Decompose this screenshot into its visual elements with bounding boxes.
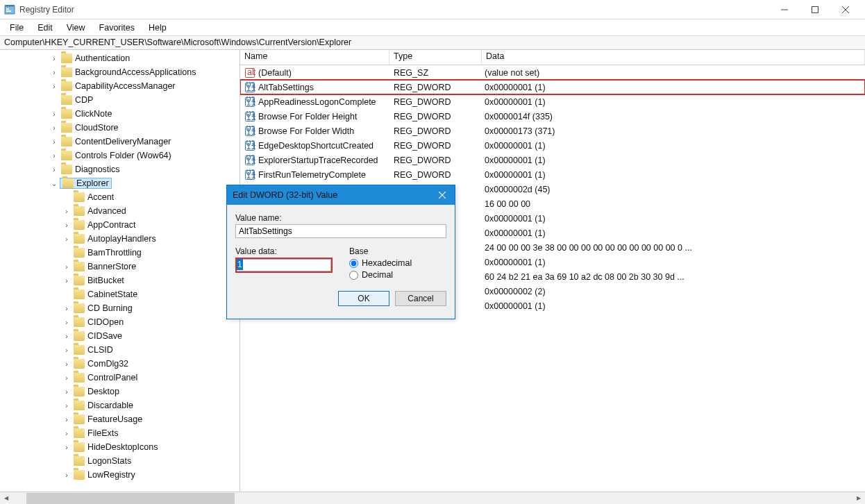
- tree-item[interactable]: ›ControlPanel: [0, 371, 240, 385]
- expand-icon[interactable]: ›: [50, 54, 58, 62]
- tree-item[interactable]: BamThrottling: [0, 246, 240, 260]
- expand-icon[interactable]: ›: [62, 415, 71, 423]
- hscrollbar[interactable]: ◀ ▶: [0, 492, 865, 504]
- address-bar[interactable]: Computer\HKEY_CURRENT_USER\Software\Micr…: [0, 36, 865, 50]
- tree-item[interactable]: CDP: [0, 93, 240, 107]
- tree-item[interactable]: ›AppContract: [0, 218, 240, 232]
- tree-item[interactable]: ›CIDSave: [0, 329, 240, 343]
- expand-icon[interactable]: ⌄: [50, 179, 58, 187]
- menu-favorites[interactable]: Favorites: [92, 22, 142, 34]
- radio-hexadecimal-input[interactable]: [349, 259, 358, 268]
- dialog-close-button[interactable]: [430, 185, 455, 205]
- table-row[interactable]: 011110EdgeDesktopShortcutCreatedREG_DWOR…: [240, 138, 865, 153]
- menu-help[interactable]: Help: [142, 22, 174, 34]
- tree-item[interactable]: ›ContentDeliveryManager: [0, 135, 240, 149]
- tree-item[interactable]: ›CLSID: [0, 343, 240, 357]
- table-row[interactable]: ab(Default)REG_SZ(value not set): [240, 65, 865, 80]
- tree-pane[interactable]: ›Authentication›BackgroundAccessApplicat…: [0, 50, 240, 492]
- expand-icon[interactable]: [62, 193, 71, 201]
- scroll-thumb[interactable]: [26, 493, 235, 504]
- tree-item[interactable]: ›FeatureUsage: [0, 412, 240, 426]
- radio-decimal-input[interactable]: [349, 271, 358, 280]
- tree-item[interactable]: ›Authentication: [0, 51, 240, 65]
- expand-icon[interactable]: ›: [62, 235, 71, 243]
- radio-decimal[interactable]: Decimal: [349, 270, 412, 280]
- tree-item[interactable]: ›ClickNote: [0, 107, 240, 121]
- tree-item[interactable]: CabinetState: [0, 287, 240, 301]
- table-row[interactable]: 011110Browse For Folder WidthREG_DWORD0x…: [240, 124, 865, 138]
- expand-icon[interactable]: ›: [62, 387, 71, 396]
- tree-item[interactable]: LogonStats: [0, 454, 240, 468]
- tree-item[interactable]: ›CloudStore: [0, 121, 240, 135]
- expand-icon[interactable]: ›: [62, 443, 71, 451]
- tree-item[interactable]: ›Controls Folder (Wow64): [0, 149, 240, 162]
- expand-icon[interactable]: ›: [62, 318, 71, 326]
- expand-icon[interactable]: ›: [62, 276, 71, 285]
- tree-item-label: BamThrottling: [87, 248, 142, 258]
- folder-icon: [74, 206, 85, 216]
- tree-item[interactable]: ›CD Burning: [0, 301, 240, 315]
- value-data-input[interactable]: 1: [237, 259, 243, 270]
- expand-icon[interactable]: ›: [62, 401, 71, 410]
- expand-icon[interactable]: ›: [50, 165, 58, 174]
- tree-item[interactable]: ›HideDesktopIcons: [0, 440, 240, 454]
- col-type[interactable]: Type: [389, 50, 482, 65]
- expand-icon[interactable]: ›: [62, 207, 71, 215]
- expand-icon[interactable]: ›: [62, 221, 71, 229]
- col-name[interactable]: Name: [240, 50, 389, 65]
- tree-item-label: Controls Folder (Wow64): [75, 151, 171, 160]
- tree-item[interactable]: ›CIDOpen: [0, 315, 240, 329]
- tree-item[interactable]: ›Advanced: [0, 204, 240, 218]
- expand-icon[interactable]: ›: [50, 151, 58, 160]
- table-row[interactable]: 011110Browse For Folder HeightREG_DWORD0…: [240, 109, 865, 124]
- col-data[interactable]: Data: [482, 50, 865, 65]
- expand-icon[interactable]: [50, 96, 58, 104]
- tree-item[interactable]: ›ComDlg32: [0, 357, 240, 371]
- table-row[interactable]: 011110ExplorerStartupTraceRecordedREG_DW…: [240, 153, 865, 167]
- expand-icon[interactable]: ›: [50, 68, 58, 76]
- tree-item[interactable]: ›LowRegistry: [0, 468, 240, 482]
- ok-button[interactable]: OK: [338, 291, 389, 306]
- tree-item[interactable]: ›Diagnostics: [0, 162, 240, 176]
- expand-icon[interactable]: [62, 457, 71, 465]
- expand-icon[interactable]: ›: [50, 124, 58, 132]
- expand-icon[interactable]: ›: [62, 262, 71, 271]
- minimize-button[interactable]: [769, 0, 800, 19]
- expand-icon[interactable]: ›: [62, 304, 71, 312]
- tree-item[interactable]: ›CapabilityAccessManager: [0, 79, 240, 93]
- table-row[interactable]: 011110FirstRunTelemetryCompleteREG_DWORD…: [240, 167, 865, 182]
- tree-item[interactable]: ›Discardable: [0, 398, 240, 412]
- expand-icon[interactable]: ›: [62, 346, 71, 354]
- tree-item[interactable]: ›BackgroundAccessApplications: [0, 65, 240, 79]
- tree-item[interactable]: ›BitBucket: [0, 274, 240, 287]
- expand-icon[interactable]: ›: [62, 360, 71, 368]
- expand-icon[interactable]: ›: [50, 82, 58, 90]
- scroll-left-button[interactable]: ◀: [0, 492, 12, 504]
- menu-view[interactable]: View: [60, 22, 92, 34]
- expand-icon[interactable]: [62, 290, 71, 299]
- tree-item[interactable]: ⌄Explorer: [0, 176, 240, 190]
- tree-item[interactable]: ›AutoplayHandlers: [0, 232, 240, 246]
- menu-file[interactable]: File: [3, 22, 31, 34]
- expand-icon[interactable]: ›: [50, 110, 58, 118]
- tree-item[interactable]: ›BannerStore: [0, 260, 240, 274]
- menu-edit[interactable]: Edit: [31, 22, 60, 34]
- scroll-right-button[interactable]: ▶: [853, 492, 865, 504]
- cancel-button[interactable]: Cancel: [395, 291, 446, 306]
- maximize-button[interactable]: [800, 0, 830, 19]
- expand-icon[interactable]: ›: [62, 332, 71, 340]
- expand-icon[interactable]: [62, 249, 71, 257]
- close-button[interactable]: [830, 0, 861, 19]
- expand-icon[interactable]: ›: [62, 471, 71, 479]
- table-row[interactable]: 011110AltTabSettingsREG_DWORD0x00000001 …: [240, 80, 865, 94]
- tree-item[interactable]: ›FileExts: [0, 426, 240, 440]
- tree-item[interactable]: Accent: [0, 190, 240, 204]
- expand-icon[interactable]: ›: [62, 429, 71, 437]
- dialog-titlebar[interactable]: Edit DWORD (32-bit) Value: [227, 185, 455, 205]
- tree-item[interactable]: ›Desktop: [0, 385, 240, 398]
- expand-icon[interactable]: ›: [62, 373, 71, 382]
- radio-hexadecimal[interactable]: Hexadecimal: [349, 258, 412, 268]
- expand-icon[interactable]: ›: [50, 137, 58, 146]
- table-row[interactable]: 011110AppReadinessLogonCompleteREG_DWORD…: [240, 94, 865, 109]
- value-data: 0x00000173 (371): [482, 126, 865, 136]
